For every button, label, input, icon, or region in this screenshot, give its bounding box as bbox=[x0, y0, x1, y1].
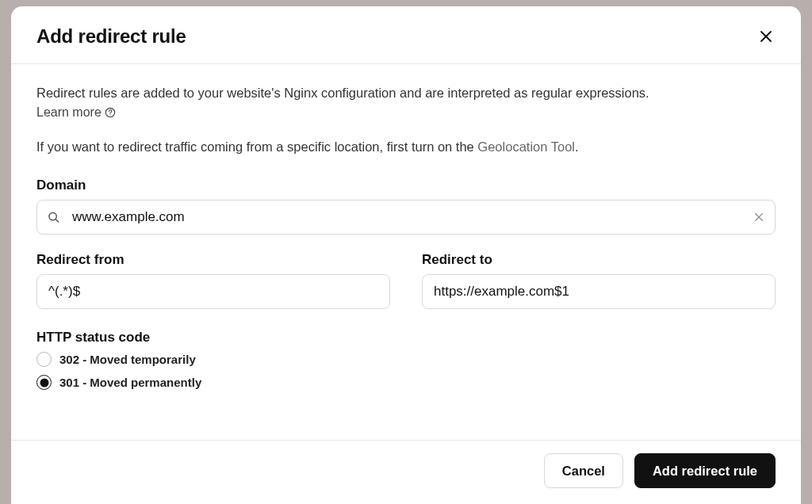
search-icon bbox=[48, 212, 59, 223]
close-button[interactable] bbox=[756, 27, 776, 46]
learn-more-label: Learn more bbox=[36, 105, 102, 120]
cancel-button[interactable]: Cancel bbox=[544, 453, 623, 488]
http-status-group: HTTP status code 302 - Moved temporarily… bbox=[36, 330, 776, 390]
http-status-label: HTTP status code bbox=[36, 330, 776, 346]
redirect-from-input[interactable] bbox=[36, 274, 390, 309]
redirect-to-group: Redirect to bbox=[422, 252, 776, 309]
redirect-from-label: Redirect from bbox=[36, 252, 390, 268]
redirect-from-group: Redirect from bbox=[36, 252, 390, 309]
domain-group: Domain bbox=[36, 178, 776, 235]
add-redirect-modal: Add redirect rule Redirect rules are add… bbox=[11, 6, 801, 504]
modal-header: Add redirect rule bbox=[11, 6, 801, 64]
domain-input[interactable] bbox=[36, 200, 776, 235]
radio-label-302: 302 - Moved temporarily bbox=[59, 353, 196, 366]
description-text: Redirect rules are added to your website… bbox=[36, 83, 776, 104]
radio-circle-302 bbox=[36, 352, 52, 367]
geolocation-pre: If you want to redirect traffic coming f… bbox=[36, 139, 477, 154]
redirect-to-input[interactable] bbox=[422, 274, 776, 309]
submit-button[interactable]: Add redirect rule bbox=[634, 453, 776, 488]
redirect-row: Redirect from Redirect to bbox=[36, 252, 776, 309]
geolocation-text: If you want to redirect traffic coming f… bbox=[36, 137, 776, 158]
help-icon bbox=[105, 107, 116, 118]
domain-label: Domain bbox=[36, 178, 776, 193]
modal-footer: Cancel Add redirect rule bbox=[11, 440, 801, 504]
learn-more-link[interactable]: Learn more bbox=[36, 105, 116, 120]
svg-point-3 bbox=[109, 114, 110, 115]
radio-302[interactable]: 302 - Moved temporarily bbox=[36, 352, 776, 367]
redirect-to-label: Redirect to bbox=[422, 252, 776, 268]
radio-label-301: 301 - Moved permanently bbox=[59, 376, 201, 389]
geolocation-post: . bbox=[575, 139, 579, 154]
radio-circle-301 bbox=[36, 375, 52, 390]
modal-title: Add redirect rule bbox=[36, 25, 186, 48]
radio-301[interactable]: 301 - Moved permanently bbox=[36, 375, 776, 390]
modal-body: Redirect rules are added to your website… bbox=[11, 64, 801, 440]
domain-input-wrapper bbox=[36, 200, 776, 235]
clear-icon bbox=[753, 212, 764, 223]
close-icon bbox=[760, 30, 772, 43]
clear-domain-button[interactable] bbox=[753, 212, 764, 223]
http-status-radios: 302 - Moved temporarily 301 - Moved perm… bbox=[36, 352, 776, 390]
geolocation-tool-link[interactable]: Geolocation Tool bbox=[477, 139, 575, 154]
svg-line-5 bbox=[56, 220, 58, 222]
